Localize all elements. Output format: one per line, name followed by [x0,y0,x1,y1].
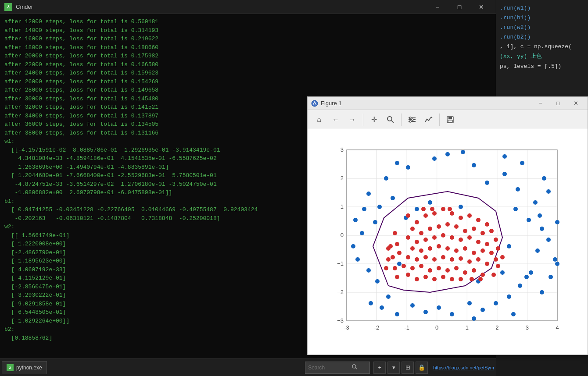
toolbar-separator-1 [363,114,363,126]
svg-point-175 [459,277,463,281]
svg-point-155 [467,259,472,264]
svg-point-190 [448,207,452,211]
close-button[interactable]: ✕ [471,0,491,14]
taskbar-grid-button[interactable]: ⊞ [402,362,414,374]
svg-point-87 [459,205,463,209]
toolbar-separator-2 [401,114,402,126]
svg-point-88 [397,262,402,266]
svg-point-67 [553,257,557,262]
svg-point-83 [524,275,529,279]
svg-point-129 [432,235,437,240]
svg-point-82 [518,284,522,288]
svg-point-193 [384,266,388,270]
svg-point-139 [428,246,432,251]
search-box[interactable] [305,362,370,374]
svg-point-143 [463,246,467,251]
svg-point-68 [529,270,533,275]
svg-point-98 [549,275,553,279]
svg-point-132 [459,238,463,242]
taskbar-icons: + ▾ ⊞ 🔒 [373,362,428,374]
svg-point-127 [415,240,419,244]
svg-point-156 [476,257,480,262]
back-button[interactable]: ← [328,112,344,127]
svg-point-174 [450,277,454,281]
svg-point-194 [352,365,356,368]
svg-point-173 [441,275,445,279]
figure-close-button[interactable]: ✕ [567,98,584,109]
svg-point-75 [423,310,428,314]
svg-point-151 [432,257,437,262]
svg-point-126 [406,235,410,240]
svg-text:−1: −1 [337,260,344,267]
svg-point-117 [419,231,423,235]
svg-point-61 [351,244,355,248]
scatter-plot: -3 -2 -1 0 1 2 3 4 3 2 1 0 −1 −2 −3 [320,141,575,343]
taskbar: λ python.exe + ▾ ⊞ 🔒 https://blog.csdn.n… [0,358,496,376]
taskbar-python-item[interactable]: λ python.exe [2,361,47,374]
svg-point-158 [494,257,498,262]
figure-toolbar: ⌂ ← → ✛ [308,110,588,129]
taskbar-lock-button[interactable]: 🔒 [416,362,428,374]
svg-point-131 [450,235,454,240]
svg-point-123 [472,227,476,231]
svg-text:0: 0 [341,232,344,238]
svg-point-112 [459,216,463,220]
figure-minimize-button[interactable]: − [532,98,549,109]
svg-point-184 [496,264,500,268]
settings-button[interactable] [404,112,420,127]
svg-point-189 [421,207,426,211]
maximize-button[interactable]: □ [449,0,470,14]
svg-point-56 [533,200,538,205]
svg-point-69 [366,268,371,273]
svg-line-2 [391,121,394,123]
svg-point-73 [395,312,399,316]
svg-point-136 [494,238,498,242]
figure-maximize-button[interactable]: □ [550,98,566,109]
svg-point-149 [415,257,419,262]
code-panel: .run(w1)).run(b1)).run(w2)).run(b2)), 1]… [496,0,588,96]
svg-text:1: 1 [341,203,344,210]
toolbar-separator-3 [439,114,440,126]
search-icon-button[interactable] [352,364,357,371]
svg-point-142 [454,248,459,253]
save-button[interactable] [442,112,458,127]
svg-point-113 [467,213,472,218]
zoom-button[interactable] [383,112,398,127]
svg-point-170 [415,277,419,281]
forward-button[interactable]: → [344,112,360,127]
home-button[interactable]: ⌂ [311,112,327,127]
svg-point-101 [555,220,559,224]
svg-text:4: 4 [556,324,559,331]
taskbar-add-button[interactable]: + [373,362,386,374]
svg-point-192 [386,257,391,262]
search-input[interactable] [308,365,352,371]
svg-point-191 [386,246,391,251]
svg-point-180 [395,275,399,279]
svg-point-100 [538,213,542,218]
svg-point-46 [502,172,507,176]
svg-point-53 [377,205,382,209]
svg-point-119 [437,224,441,229]
svg-point-59 [353,218,358,222]
line-button[interactable] [421,112,437,127]
svg-text:0: 0 [435,324,438,331]
pan-button[interactable]: ✛ [366,112,382,127]
svg-point-70 [375,279,380,284]
svg-point-122 [463,229,467,233]
settings-icon [408,116,416,124]
taskbar-dropdown-button[interactable]: ▾ [387,362,400,374]
svg-text:2: 2 [495,324,498,331]
svg-point-47 [520,161,524,165]
svg-point-145 [480,248,485,253]
svg-point-79 [480,308,485,312]
svg-point-63 [527,218,531,222]
svg-point-107 [415,220,419,224]
minimize-button[interactable]: − [427,0,448,14]
taskbar-url[interactable]: https://blog.csdn.net/petSym [433,365,494,370]
figure-controls: − □ ✕ [532,98,584,109]
svg-point-55 [516,187,520,192]
svg-point-125 [489,229,494,233]
svg-point-114 [476,218,480,222]
svg-text:-2: -2 [374,324,380,331]
svg-point-163 [437,266,441,270]
